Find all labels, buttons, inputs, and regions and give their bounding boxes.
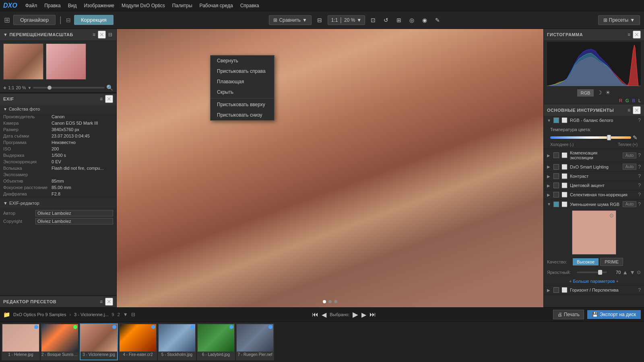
pan-zoom-detach-button[interactable]: ⊟ [107, 31, 113, 39]
brush-tool[interactable]: ✎ [433, 15, 442, 25]
noise-reduction-help-icon[interactable]: ? [638, 202, 641, 207]
hist-tab-rgb[interactable]: RGB [577, 89, 594, 97]
export-button[interactable]: 💾 Экспорт на диск [587, 310, 641, 319]
noise-reduction-auto-button[interactable]: Auto [623, 201, 637, 207]
search-zoom-button[interactable]: 🔍 [106, 84, 113, 91]
filmstrip-item-6[interactable]: 6 - Ladybird.jpg [197, 323, 235, 360]
perspective-help-icon[interactable]: ? [638, 287, 641, 293]
filmstrip-filter-button[interactable]: ▼ [123, 312, 128, 317]
brightness-slider-track[interactable] [577, 272, 607, 273]
noise-reduction-checkbox[interactable] [553, 202, 559, 207]
menu-palettes[interactable]: Палитры [169, 2, 196, 9]
quality-prime-button[interactable]: PRIME [600, 258, 623, 266]
menu-edit[interactable]: Правка [41, 2, 64, 9]
exif-menu-button[interactable]: ≡ [99, 95, 103, 103]
color-accent-help-icon[interactable]: ? [638, 183, 641, 188]
tools-close-button[interactable]: ✕ [633, 106, 641, 114]
nav-next-button[interactable]: ▶ [361, 311, 366, 319]
white-balance-row[interactable]: ▼ ⬜ RGB - баланс белого ? [544, 116, 644, 125]
more-params-button[interactable]: + Больше параметров + [544, 277, 644, 285]
measure-tool[interactable]: ⊞ [394, 15, 404, 25]
crop-tool[interactable]: ⊡ [368, 15, 378, 25]
zoom-slider-track[interactable] [33, 87, 105, 88]
perspective-row[interactable]: ▶ ⬜ Горизонт / Перспектива ? [544, 286, 644, 294]
histogram-menu-button[interactable]: ≡ [627, 31, 631, 39]
tools-menu-button[interactable]: ≡ [627, 106, 631, 114]
smart-lighting-auto-button[interactable]: Auto [623, 164, 637, 170]
brightness-reset-button[interactable]: ⊙ [637, 269, 641, 275]
filmstrip-sort-button[interactable]: ⊟ [131, 312, 135, 317]
compare-button[interactable]: ⊞ Сравнить ▼ [269, 15, 311, 25]
nav-prev-button[interactable]: ◀ [322, 311, 326, 319]
print-button[interactable]: 🖨 Печать [553, 310, 584, 319]
exposure-auto-button[interactable]: Auto [623, 152, 637, 158]
ctx-dock-right[interactable]: Пристыковать справа [211, 66, 274, 76]
white-balance-help-icon[interactable]: ? [638, 117, 641, 123]
correction-tab[interactable]: Коррекция [74, 15, 114, 25]
rotate-tool[interactable]: ↺ [381, 15, 391, 25]
menu-help[interactable]: Справка [237, 2, 262, 9]
exif-section-toggle[interactable]: ▼ Свойства фото [0, 105, 116, 113]
menu-workspace[interactable]: Рабочая среда [196, 2, 236, 9]
filmstrip-item-4[interactable]: 4 - Fire-eater.cr2 [119, 323, 157, 360]
menu-modules[interactable]: Модули DxO Optics [118, 2, 168, 9]
ctx-dock-bottom[interactable]: Пристыковать снизу [211, 110, 274, 120]
filmstrip-item-5[interactable]: 5 - Stockholm.jpg [158, 323, 196, 360]
nav-play-button[interactable]: ▶ [353, 310, 358, 319]
exposure-checkbox[interactable] [553, 152, 559, 158]
contrast-help-icon[interactable]: ? [638, 173, 641, 179]
menu-view[interactable]: Вид [65, 2, 80, 9]
filmstrip-item-7[interactable]: 7 - Ruegen Pier.nef [236, 323, 274, 360]
quality-high-button[interactable]: Высокое [573, 258, 599, 265]
ctx-dock-top[interactable]: Пристыковать вверху [211, 99, 274, 110]
histogram-sun-icon[interactable]: ☀ [605, 89, 611, 97]
histogram-moon-icon[interactable]: ☽ [597, 89, 602, 97]
lens-tool[interactable]: ◉ [420, 15, 429, 25]
presets-menu-button[interactable]: ≡ [99, 298, 103, 306]
perspective-checkbox[interactable] [553, 287, 559, 293]
temp-eyedropper-icon[interactable]: ✎ [633, 134, 638, 141]
histogram-close-button[interactable]: ✕ [633, 31, 641, 39]
brightness-up-button[interactable]: ▲ [622, 269, 628, 276]
grid-icon[interactable]: ⊞ [4, 16, 10, 25]
selective-tone-help-icon[interactable]: ? [638, 192, 641, 197]
color-accent-checkbox[interactable] [553, 183, 559, 188]
selective-tone-checkbox[interactable] [553, 192, 559, 197]
pan-zoom-close-button[interactable]: ✕ [98, 31, 106, 39]
ctx-hide[interactable]: Скрыть [211, 87, 274, 97]
ctx-floating[interactable]: Плавающая [211, 76, 274, 87]
contrast-row[interactable]: ▶ ⬜ Контраст ? [544, 172, 644, 181]
organizer-tab[interactable]: Органайзер [13, 15, 56, 25]
exposure-help-icon[interactable]: ? [638, 152, 641, 158]
exif-editor-toggle[interactable]: ▼ EXIF-редактор [0, 199, 116, 208]
brightness-down-button[interactable]: ▼ [630, 269, 635, 276]
presets-button[interactable]: ⊞ Пресеты ▼ [598, 15, 640, 25]
smart-lighting-row[interactable]: ▶ ⬜ DxO Smart Lighting Auto ? [544, 162, 644, 171]
nav-first-button[interactable]: ⏮ [312, 311, 318, 318]
ctx-collapse[interactable]: Свернуть [211, 56, 274, 66]
filmstrip-item-3[interactable]: 3 - Victorienne.jpg [80, 323, 118, 360]
exif-close-button[interactable]: ✕ [105, 95, 113, 103]
menu-image[interactable]: Изображение [80, 2, 118, 9]
smart-lighting-checkbox[interactable] [553, 164, 559, 170]
grid-view-button[interactable]: ⊟ [315, 15, 324, 25]
noise-reduction-row[interactable]: ▼ ⬜ Уменьшение шума RGB Auto ? [544, 200, 644, 209]
nav-last-button[interactable]: ⏭ [369, 311, 376, 318]
smart-lighting-help-icon[interactable]: ? [638, 164, 641, 170]
brightness-slider-thumb[interactable] [598, 270, 602, 275]
add-zoom-button[interactable]: + [3, 84, 6, 91]
zoom-control[interactable]: 1:1 │ 20 % ▼ [328, 15, 365, 25]
exposure-row[interactable]: ▶ ⬜ Компенсация экспозиции Auto ? [544, 149, 644, 162]
zoom-slider-thumb[interactable] [47, 86, 52, 90]
pan-zoom-menu-button[interactable]: ≡ [92, 31, 96, 39]
filmstrip-item-1[interactable]: 1 - Helene.jpg [2, 323, 40, 360]
spot-tool[interactable]: ◎ [407, 15, 417, 25]
temp-slider-track[interactable] [550, 136, 631, 139]
color-accent-row[interactable]: ▶ ⬜ Цветовой акцент ? [544, 181, 644, 190]
noise-settings-icon[interactable]: ⚙ [609, 212, 614, 219]
presets-close-button[interactable]: ✕ [105, 298, 113, 306]
white-balance-checkbox[interactable] [553, 117, 559, 123]
selective-tone-row[interactable]: ▶ ⬜ Селективная тон-коррекция ? [544, 190, 644, 199]
filmstrip-item-2[interactable]: 2 - Bosque Sunrise.nef [41, 323, 79, 360]
contrast-checkbox[interactable] [553, 173, 559, 179]
